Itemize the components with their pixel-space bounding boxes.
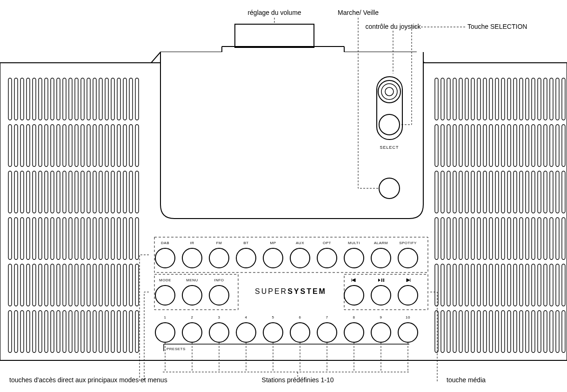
svg-rect-247 — [447, 311, 450, 352]
btn-fm[interactable]: FM — [209, 241, 229, 268]
btn-multi-label: MULTI — [348, 241, 360, 245]
btn-preset-9[interactable]: 9 — [371, 315, 391, 342]
svg-rect-185 — [471, 171, 474, 213]
svg-rect-233 — [495, 264, 499, 306]
svg-rect-64 — [111, 171, 114, 213]
btn-spotify[interactable]: SPOTIFY — [398, 241, 418, 268]
svg-point-295 — [209, 323, 229, 342]
btn-preset-5[interactable]: 5 — [263, 315, 283, 342]
svg-rect-196 — [538, 171, 541, 213]
btn-bt-label: BT — [243, 241, 248, 245]
label-direct-access: touches d'accès direct aux principaux mo… — [9, 376, 167, 384]
svg-rect-255 — [495, 311, 499, 352]
svg-point-277 — [182, 248, 202, 268]
svg-rect-240 — [538, 264, 541, 306]
svg-rect-79 — [69, 218, 72, 259]
btn-mode[interactable]: MODE — [155, 278, 175, 305]
btn-preset-5-label: 5 — [272, 315, 274, 319]
svg-rect-222 — [562, 218, 565, 259]
svg-rect-96 — [39, 264, 42, 306]
btn-preset-3[interactable]: 3 — [209, 315, 229, 342]
svg-rect-130 — [111, 311, 114, 352]
next-icon — [407, 279, 410, 282]
svg-rect-252 — [477, 311, 480, 352]
label-power: Marche/ Veille — [338, 9, 379, 16]
btn-aux[interactable]: AUX — [290, 241, 310, 268]
joystick-control[interactable] — [378, 80, 400, 103]
btn-dab[interactable]: DAB — [155, 241, 175, 268]
svg-rect-244 — [562, 264, 565, 306]
brand-logo: SUPERSYSTEM — [255, 287, 327, 295]
svg-rect-181 — [447, 171, 450, 213]
power-standby-knob[interactable] — [379, 178, 400, 199]
btn-mp[interactable]: MP — [263, 241, 283, 268]
svg-rect-38 — [87, 125, 90, 166]
btn-preset-8-label: 8 — [353, 315, 355, 319]
button-row-menu: MODEMENUINFO — [155, 278, 229, 305]
label-media: touche média — [447, 376, 486, 384]
btn-media-playpause[interactable] — [371, 279, 391, 305]
svg-rect-127 — [93, 311, 96, 352]
btn-preset-7[interactable]: 7 — [317, 315, 337, 342]
svg-rect-216 — [526, 218, 529, 259]
volume-knob[interactable] — [235, 24, 314, 47]
svg-rect-26 — [14, 125, 18, 166]
svg-rect-266 — [562, 311, 565, 352]
svg-rect-52 — [39, 171, 42, 213]
svg-rect-169 — [507, 125, 511, 166]
btn-preset-10-label: 10 — [406, 315, 410, 319]
btn-preset-4[interactable]: 4 — [236, 315, 256, 342]
svg-rect-212 — [501, 218, 505, 259]
svg-rect-144 — [489, 78, 493, 120]
svg-rect-8 — [39, 78, 42, 120]
svg-rect-40 — [99, 125, 102, 166]
btn-media-next[interactable] — [398, 279, 418, 305]
btn-media-prev[interactable] — [344, 279, 364, 305]
svg-rect-75 — [45, 218, 48, 259]
select-button[interactable] — [379, 114, 400, 135]
btn-info[interactable]: INFO — [209, 278, 229, 305]
svg-rect-253 — [483, 311, 487, 352]
svg-rect-116 — [27, 311, 30, 352]
svg-rect-48 — [14, 171, 18, 213]
svg-rect-141 — [471, 78, 474, 120]
btn-aux-label: AUX — [296, 241, 304, 245]
btn-opt[interactable]: OPT — [317, 241, 337, 268]
btn-menu[interactable]: MENU — [182, 278, 202, 305]
btn-mp-label: MP — [270, 241, 276, 245]
svg-rect-217 — [532, 218, 535, 259]
svg-rect-174 — [538, 125, 541, 166]
svg-rect-20 — [111, 78, 114, 120]
svg-rect-9 — [45, 78, 48, 120]
btn-preset-6[interactable]: 6 — [290, 315, 310, 342]
svg-rect-114 — [14, 311, 18, 352]
svg-rect-153 — [544, 78, 547, 120]
svg-point-294 — [182, 323, 202, 342]
svg-rect-113 — [8, 311, 12, 352]
btn-preset-2[interactable]: 2 — [182, 315, 202, 342]
svg-rect-246 — [441, 311, 444, 352]
btn-preset-8[interactable]: 8 — [344, 315, 364, 342]
btn-ir[interactable]: IR — [182, 241, 202, 268]
svg-rect-224 — [441, 264, 444, 306]
svg-rect-254 — [489, 311, 493, 352]
btn-preset-1[interactable]: 1 — [155, 315, 175, 342]
svg-rect-120 — [51, 311, 54, 352]
svg-rect-15 — [81, 78, 84, 120]
btn-bt[interactable]: BT — [236, 241, 256, 268]
svg-rect-12 — [63, 78, 66, 120]
btn-alarm[interactable]: ALARM — [371, 241, 391, 268]
svg-rect-245 — [435, 311, 438, 352]
svg-rect-4 — [14, 78, 18, 120]
svg-point-300 — [344, 323, 364, 342]
btn-multi[interactable]: MULTI — [344, 241, 364, 268]
svg-rect-149 — [520, 78, 523, 120]
svg-rect-103 — [81, 264, 84, 306]
svg-rect-248 — [453, 311, 456, 352]
btn-preset-10[interactable]: 10 — [398, 315, 418, 342]
svg-rect-111 — [129, 264, 133, 306]
svg-rect-140 — [465, 78, 468, 120]
svg-point-284 — [371, 248, 391, 268]
svg-rect-14 — [75, 78, 78, 120]
speaker-left — [8, 78, 139, 352]
